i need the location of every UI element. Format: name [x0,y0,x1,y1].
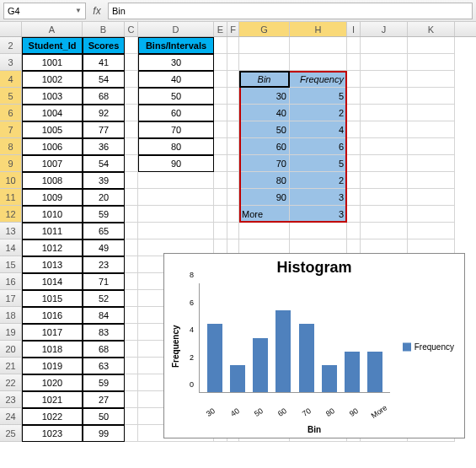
cell-J3[interactable] [361,54,408,71]
cell-D11[interactable] [138,189,214,206]
cell-B22[interactable]: 59 [83,374,125,391]
cell-H8[interactable]: 6 [290,138,347,155]
cell-B6[interactable]: 92 [83,105,125,121]
cell-C18[interactable] [125,307,138,324]
cell-A19[interactable]: 1017 [22,324,83,341]
cell-J11[interactable] [361,189,408,206]
cell-A4[interactable]: 1002 [22,71,83,88]
cell-I4[interactable] [347,71,361,88]
cell-F10[interactable] [227,172,239,189]
col-header-H[interactable]: H [290,22,347,36]
bar[interactable] [367,352,382,392]
cell-A2[interactable]: Student_Id [22,37,83,54]
cell-K13[interactable] [408,223,455,239]
cell-C17[interactable] [125,290,138,307]
cell-A9[interactable]: 1007 [22,155,83,172]
cell-K6[interactable] [408,105,455,121]
cell-J9[interactable] [361,155,408,172]
cell-J13[interactable] [361,223,408,239]
cell-D6[interactable]: 60 [138,105,214,121]
cell-B14[interactable]: 49 [83,239,125,256]
cell-A5[interactable]: 1003 [22,88,83,105]
cell-I2[interactable] [347,37,361,54]
cell-G12[interactable]: More [239,206,290,223]
cell-A24[interactable]: 1022 [22,408,83,425]
cell-B9[interactable]: 54 [83,155,125,172]
row-header-2[interactable]: 2 [0,37,22,54]
row-header-5[interactable]: 5 [0,88,22,105]
cell-D12[interactable] [138,206,214,223]
cell-H9[interactable]: 5 [290,155,347,172]
cell-C24[interactable] [125,408,138,425]
cell-E9[interactable] [214,155,227,172]
cell-A10[interactable]: 1008 [22,172,83,189]
col-header-D[interactable]: D [138,22,214,36]
cell-I12[interactable] [347,206,361,223]
cell-G10[interactable]: 80 [239,172,290,189]
cell-K8[interactable] [408,138,455,155]
cell-A21[interactable]: 1019 [22,358,83,374]
cell-D10[interactable] [138,172,214,189]
cell-A16[interactable]: 1014 [22,273,83,290]
bar[interactable] [230,365,245,392]
cell-C2[interactable] [125,37,138,54]
cell-G13[interactable] [239,223,290,239]
cell-C14[interactable] [125,239,138,256]
cell-B20[interactable]: 68 [83,341,125,358]
cell-G7[interactable]: 50 [239,121,290,138]
cell-J2[interactable] [361,37,408,54]
row-header-11[interactable]: 11 [0,189,22,206]
row-header-4[interactable]: 4 [0,71,22,88]
cell-E6[interactable] [214,105,227,121]
row-header-22[interactable]: 22 [0,374,22,391]
formula-bar[interactable]: Bin [108,3,473,19]
col-header-G[interactable]: G [239,22,290,36]
bar[interactable] [322,365,337,392]
cell-B8[interactable]: 36 [83,138,125,155]
row-header-9[interactable]: 9 [0,155,22,172]
cell-H3[interactable] [290,54,347,71]
cell-I11[interactable] [347,189,361,206]
cell-E2[interactable] [214,37,227,54]
cell-G9[interactable]: 70 [239,155,290,172]
cell-G8[interactable]: 60 [239,138,290,155]
row-header-14[interactable]: 14 [0,239,22,256]
col-header-E[interactable]: E [214,22,227,36]
cell-B23[interactable]: 27 [83,391,125,408]
cell-F8[interactable] [227,138,239,155]
cell-A18[interactable]: 1016 [22,307,83,324]
cell-H5[interactable]: 5 [290,88,347,105]
cell-K7[interactable] [408,121,455,138]
col-header-A[interactable]: A [22,22,83,36]
cell-H4[interactable]: Frequency [290,71,347,88]
cell-C5[interactable] [125,88,138,105]
cell-C13[interactable] [125,223,138,239]
cell-E8[interactable] [214,138,227,155]
cell-K3[interactable] [408,54,455,71]
cell-I10[interactable] [347,172,361,189]
cell-K5[interactable] [408,88,455,105]
cell-B24[interactable]: 50 [83,408,125,425]
cell-D13[interactable] [138,223,214,239]
cell-K11[interactable] [408,189,455,206]
cell-D7[interactable]: 70 [138,121,214,138]
row-header-24[interactable]: 24 [0,408,22,425]
cell-J8[interactable] [361,138,408,155]
cell-H13[interactable] [290,223,347,239]
fx-icon[interactable]: fx [89,3,104,19]
row-header-15[interactable]: 15 [0,256,22,273]
cell-C19[interactable] [125,324,138,341]
cell-B13[interactable]: 65 [83,223,125,239]
col-header-J[interactable]: J [361,22,408,36]
row-header-10[interactable]: 10 [0,172,22,189]
cell-F13[interactable] [227,223,239,239]
cell-C21[interactable] [125,358,138,374]
row-header-12[interactable]: 12 [0,206,22,223]
col-header-F[interactable]: F [227,22,239,36]
cell-H11[interactable]: 3 [290,189,347,206]
row-header-16[interactable]: 16 [0,273,22,290]
cell-C20[interactable] [125,341,138,358]
cell-H7[interactable]: 4 [290,121,347,138]
cell-D3[interactable]: 30 [138,54,214,71]
row-header-21[interactable]: 21 [0,358,22,374]
